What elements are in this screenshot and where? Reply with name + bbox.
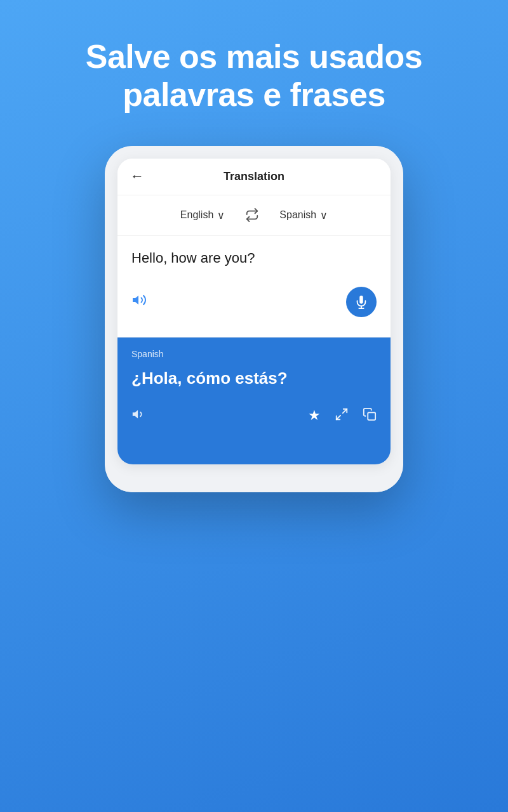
- headline-line2: palavras e frases: [123, 76, 385, 113]
- microphone-button[interactable]: [346, 287, 377, 317]
- phone-bottom-padding: [105, 477, 403, 492]
- output-volume-icon: [131, 407, 145, 421]
- mic-icon: [354, 295, 368, 309]
- source-language-label: English: [180, 209, 213, 221]
- favorite-button[interactable]: ★: [308, 407, 321, 424]
- language-bar: English ∨ Spanish ∨: [117, 195, 391, 236]
- output-right-actions: ★: [308, 407, 377, 424]
- header-title: Translation: [224, 170, 284, 183]
- headline: Salve os mais usados palavras e frases: [48, 38, 461, 114]
- output-area: Spanish ¿Hola, cómo estás? ★: [117, 337, 391, 464]
- target-language-label: Spanish: [279, 209, 316, 221]
- input-actions: [131, 280, 377, 317]
- swap-languages-button[interactable]: [241, 204, 263, 226]
- expand-button[interactable]: [335, 407, 349, 424]
- app-screen: ← Translation English ∨: [117, 159, 391, 464]
- target-language-button[interactable]: Spanish ∨: [269, 204, 338, 226]
- input-volume-button[interactable]: [131, 292, 147, 311]
- input-text[interactable]: Hello, how are you?: [131, 249, 377, 268]
- back-button[interactable]: ←: [130, 168, 144, 185]
- output-actions: ★: [131, 407, 377, 424]
- volume-icon: [131, 292, 147, 308]
- copy-button[interactable]: [363, 407, 377, 424]
- output-language-label: Spanish: [131, 349, 377, 359]
- svg-line-4: [343, 409, 347, 413]
- output-volume-button[interactable]: [131, 407, 145, 424]
- swap-icon: [245, 208, 259, 222]
- svg-marker-3: [133, 410, 138, 419]
- phone-inner: ← Translation English ∨: [105, 146, 403, 492]
- svg-marker-0: [133, 296, 138, 304]
- source-chevron-icon: ∨: [217, 209, 225, 221]
- output-translated-text: ¿Hola, cómo estás?: [131, 367, 377, 390]
- app-header: ← Translation: [117, 159, 391, 195]
- target-chevron-icon: ∨: [320, 209, 328, 221]
- phone-frame: ← Translation English ∨: [105, 146, 403, 492]
- input-area: Hello, how are you?: [117, 236, 391, 337]
- svg-rect-6: [368, 413, 375, 421]
- expand-icon: [335, 407, 349, 421]
- source-language-button[interactable]: English ∨: [170, 204, 235, 226]
- copy-icon: [363, 407, 377, 421]
- headline-line1: Salve os mais usados: [86, 38, 423, 75]
- svg-line-5: [337, 416, 340, 419]
